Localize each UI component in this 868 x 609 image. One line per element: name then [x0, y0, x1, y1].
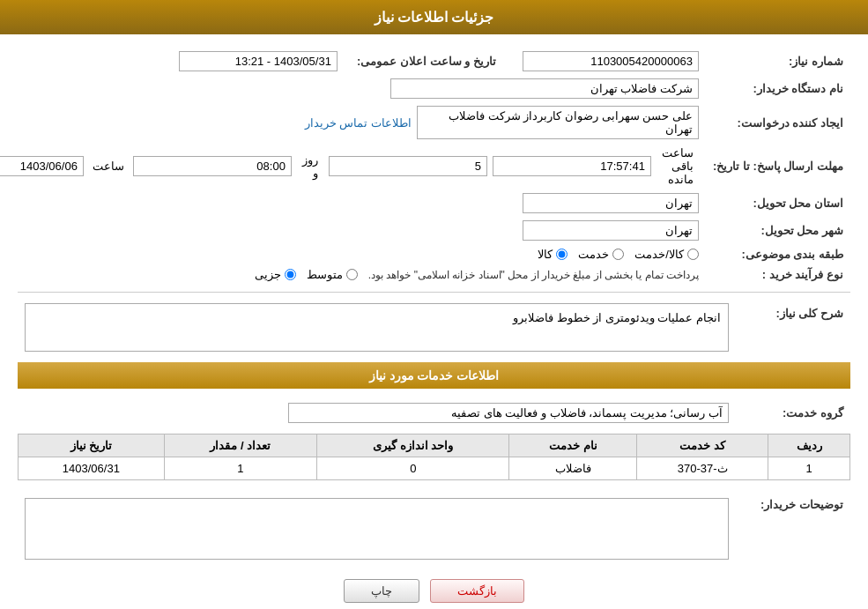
mohlat-roz-label: روز و	[302, 153, 318, 180]
cell-kod: ث-37-370	[637, 457, 768, 480]
table-row: 1 ث-37-370 فاضلاب 0 1 1403/06/31	[19, 457, 850, 480]
tabaqeh-khedmat-item: خدمت	[578, 248, 624, 261]
mohlat-saat: 08:00	[133, 156, 292, 176]
shahr-value: تهران	[523, 220, 699, 241]
services-section-title: اطلاعات خدمات مورد نیاز	[18, 362, 850, 389]
col-tedad: تعداد / مقدار	[164, 434, 316, 457]
mohlat-saat-label: ساعت	[93, 160, 124, 173]
nooe-motovasset-label: متوسط	[307, 268, 343, 281]
services-section: گروه خدمت: آب رسانی؛ مدیریت پسماند، فاضل…	[18, 399, 850, 480]
grohe-khedmat-label: گروه خدمت:	[736, 399, 850, 427]
col-tarikh: تاریخ نیاز	[19, 434, 165, 457]
col-kod: کد خدمت	[637, 434, 768, 457]
cell-radif: 1	[768, 457, 850, 480]
cell-tarikh: 1403/06/31	[19, 457, 165, 480]
name-dastgah-label: نام دستگاه خریدار:	[706, 75, 850, 102]
divider-1	[18, 292, 850, 293]
tarikh-aalan-label: تاریخ و ساعت اعلان عمومی:	[345, 48, 503, 75]
back-button[interactable]: بازگشت	[430, 579, 524, 603]
tamas-link[interactable]: اطلاعات تماس خریدار	[305, 116, 412, 130]
tabaqeh-kala-item: کالا	[538, 248, 568, 261]
col-radif: ردیف	[768, 434, 850, 457]
ijad-label: ایجاد کننده درخواست:	[706, 102, 850, 143]
cell-tedad: 1	[164, 457, 316, 480]
grohe-khedmat-value: آب رسانی؛ مدیریت پسماند، فاضلاب و فعالیت…	[288, 403, 729, 423]
nooe-motovasset-item: متوسط	[307, 268, 358, 281]
tabaqeh-kala-label: کالا	[538, 248, 553, 261]
print-button[interactable]: چاپ	[344, 579, 419, 603]
ostan-value: تهران	[523, 193, 699, 213]
name-dastgah-value: شرکت فاضلاب تهران	[390, 78, 699, 99]
cell-vahed: 0	[317, 457, 509, 480]
tabaqeh-kala-khedmat-label: کالا/خدمت	[634, 248, 684, 261]
tabaqeh-khedmat-label: خدمت	[578, 248, 609, 261]
sharh-label: شرح کلی نیاز:	[736, 300, 850, 355]
nooe-farayand-label: نوع فرآیند خرید :	[706, 264, 850, 285]
shomare-niaz-value: 1103005420000063	[523, 51, 699, 71]
tosih-box	[25, 498, 729, 560]
mohlat-mande-label: ساعت باقی مانده	[662, 146, 694, 186]
ostan-label: استان محل تحویل:	[706, 189, 850, 217]
tabaqeh-label: طبقه بندی موضوعی:	[706, 244, 850, 264]
col-vahed: واحد اندازه گیری	[317, 434, 509, 457]
nooe-jozii-label: جزیی	[255, 268, 281, 281]
nooe-motovasset-radio[interactable]	[346, 269, 358, 280]
nooe-note: پرداخت تمام یا بخشی از مبلغ خریدار از مح…	[368, 269, 699, 281]
mohlat-roz: 5	[329, 156, 487, 176]
shomare-niaz-label: شماره نیاز:	[706, 48, 850, 75]
tosih-label: توضیحات خریدار:	[736, 491, 850, 563]
ijad-value: علی حسن سهرابی رضوان کاربرداز شرکت فاضلا…	[417, 106, 699, 139]
shahr-label: شهر محل تحویل:	[706, 217, 850, 244]
sharh-value: انجام عملیات ویدئومتری از خطوط فاضلابرو	[513, 311, 721, 324]
services-table: ردیف کد خدمت نام خدمت واحد اندازه گیری ت…	[18, 434, 850, 480]
sharh-box: انجام عملیات ویدئومتری از خطوط فاضلابرو	[25, 303, 729, 352]
mohlat-mande-time: 17:57:41	[493, 156, 651, 176]
nooe-jozii-item: جزیی	[255, 268, 296, 281]
tabaqeh-kala-radio[interactable]	[556, 249, 568, 260]
nooe-jozii-radio[interactable]	[285, 269, 296, 280]
page-header: جزئیات اطلاعات نیاز	[0, 0, 868, 34]
mohlat-date: 1403/06/06	[0, 156, 84, 176]
tabaqeh-kala-khedmat-radio[interactable]	[687, 249, 699, 260]
button-area: بازگشت چاپ	[18, 579, 850, 603]
mohlat-label: مهلت ارسال پاسخ: تا تاریخ:	[706, 143, 850, 189]
col-name: نام خدمت	[509, 434, 637, 457]
page-title: جزئیات اطلاعات نیاز	[375, 10, 494, 25]
tabaqeh-khedmat-radio[interactable]	[612, 249, 624, 260]
tarikh-aalan-value: 1403/05/31 - 13:21	[179, 51, 338, 71]
cell-name: فاضلاب	[509, 457, 637, 480]
tabaqeh-kala-khedmat-item: کالا/خدمت	[634, 248, 699, 261]
